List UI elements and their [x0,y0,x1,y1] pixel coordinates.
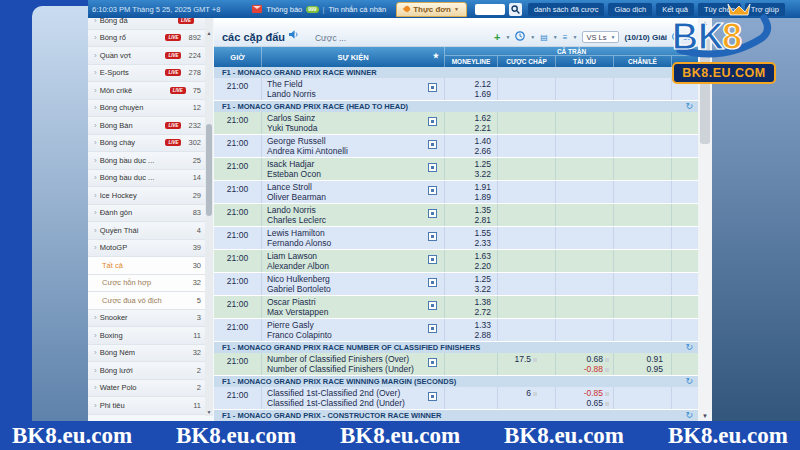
league-counter[interactable]: (10/10) Giải [624,33,667,42]
scroll-down-icon[interactable]: ▼ [698,413,712,419]
sidebar-item[interactable]: › Snooker 3 [88,310,206,328]
odd-even-odds[interactable] [614,135,672,157]
envelope-icon[interactable] [252,5,262,13]
list-mode-icon[interactable]: ≡ [563,33,568,42]
moneyline-odds[interactable]: 1.622.21 [445,112,498,134]
odd-even-odds[interactable] [614,181,672,203]
total-odds[interactable] [556,78,614,100]
menu-button[interactable]: Thực đơn ▼ [396,2,467,17]
odd-even-odds[interactable] [614,250,672,272]
handicap-line[interactable] [498,135,556,157]
event-row[interactable]: 21:00 George Russell Andrea Kimi Antonel… [214,135,698,158]
total-odds[interactable] [556,250,614,272]
handicap-line[interactable] [498,158,556,180]
moneyline-odds[interactable]: 1.911.89 [445,181,498,203]
event-row[interactable]: 21:00 Lando Norris Charles Leclerc 1.352… [214,204,698,227]
sidebar-item[interactable]: › Bóng rổ LIVE 892 [88,30,206,48]
event-row[interactable]: 21:00 Pierre Gasly Franco Colapinto 1.33… [214,319,698,342]
handicap-line[interactable] [498,296,556,318]
sidebar-item[interactable]: › Bóng lưới 2 [88,362,206,380]
refresh-icon[interactable]: ↻ [685,410,693,420]
sidebar-item[interactable]: › Tất cả 30 [88,257,206,275]
bet-builder-icon[interactable] [428,324,437,333]
messages-link[interactable]: Tin nhắn cá nhân [329,5,387,14]
sidebar-item[interactable]: › Water Polo 2 [88,380,206,398]
odd-even-odds[interactable] [614,273,672,295]
bet-builder-icon[interactable] [428,232,437,241]
total-odds[interactable] [556,181,614,203]
bet-builder-icon[interactable] [428,301,437,310]
bet-builder-icon[interactable] [428,358,437,367]
event-row[interactable]: 21:00 Isack Hadjar Esteban Ocon 1.253.22 [214,158,698,181]
event-row[interactable]: 21:00 Nico Hulkenberg Gabriel Bortoleto … [214,273,698,296]
moneyline-odds[interactable]: 1.253.22 [445,273,498,295]
speaker-icon[interactable] [289,25,299,43]
sidebar-item[interactable]: › Phi tiêu 11 [88,397,206,415]
moneyline-odds[interactable]: 1.253.22 [445,158,498,180]
event-row[interactable]: 21:00 Number of Classified Finishers (Ov… [214,353,698,376]
odd-even-odds[interactable]: 0.910.95 [614,353,672,375]
refresh-icon[interactable]: ↻ [685,342,693,352]
sidebar-item[interactable]: › Bóng Bàn LIVE 232 [88,117,206,135]
search-icon[interactable] [509,3,522,16]
moneyline-odds[interactable]: 1.382.72 [445,296,498,318]
clock-icon[interactable] [515,31,525,43]
handicap-line[interactable] [498,273,556,295]
moneyline-odds[interactable]: 1.352.81 [445,204,498,226]
bet-builder-icon[interactable] [428,140,437,149]
scroll-down-icon[interactable]: ▼ [205,409,213,415]
handicap-line[interactable] [498,227,556,249]
topbar-nav-button[interactable]: Giao dịch [608,3,652,16]
handicap-line[interactable] [498,204,556,226]
moneyline-odds[interactable]: 2.121.69 [445,78,498,100]
odd-even-odds[interactable] [614,319,672,341]
sidebar-item[interactable]: › Cược hỗn hợp 32 [88,275,206,293]
sidebar-item[interactable]: › Bóng bầu dục ... 14 [88,170,206,188]
event-row[interactable]: 21:00 Classified 1st-Classified 2nd (Ove… [214,387,698,410]
total-odds[interactable] [556,319,614,341]
total-odds[interactable] [556,296,614,318]
bet-builder-icon[interactable] [428,392,437,401]
handicap-line[interactable] [498,112,556,134]
sidebar-item[interactable]: › Bóng Ném 32 [88,345,206,363]
display-mode-icon[interactable]: ▤ [540,33,548,42]
odd-even-odds[interactable] [614,296,672,318]
bet-builder-icon[interactable] [428,163,437,172]
chevron-down-icon[interactable]: ▼ [553,34,558,40]
total-odds[interactable]: -0.850.65 [556,387,614,409]
sidebar-item[interactable]: › Đánh gôn 83 [88,205,206,223]
event-row[interactable]: 21:00 The Field Lando Norris 2.121.69 [214,78,698,101]
sidebar-item[interactable]: › Bóng chày LIVE 302 [88,135,206,153]
moneyline-odds[interactable]: 1.402.66 [445,135,498,157]
notifications-link[interactable]: Thông báo [266,5,302,14]
total-odds[interactable] [556,204,614,226]
total-odds[interactable] [556,158,614,180]
bet-builder-icon[interactable] [428,255,437,264]
moneyline-odds[interactable] [445,387,498,409]
total-odds[interactable] [556,227,614,249]
bet-builder-icon[interactable] [428,83,437,92]
event-row[interactable]: 21:00 Carlos Sainz Yuki Tsunoda 1.622.21 [214,112,698,135]
handicap-line[interactable] [498,78,556,100]
total-odds[interactable]: 0.68-0.88 [556,353,614,375]
bet-builder-icon[interactable] [428,117,437,126]
sidebar-item[interactable]: › Boxing 11 [88,327,206,345]
sidebar-item[interactable]: › Ice Hockey 29 [88,187,206,205]
handicap-line[interactable]: 6 [498,387,556,409]
moneyline-odds[interactable] [445,353,498,375]
bet-builder-icon[interactable] [428,186,437,195]
event-row[interactable]: 21:00 Liam Lawson Alexander Albon 1.632.… [214,250,698,273]
odd-even-odds[interactable] [614,227,672,249]
total-odds[interactable] [556,135,614,157]
moneyline-odds[interactable]: 1.332.88 [445,319,498,341]
handicap-line[interactable]: 17.5 [498,353,556,375]
add-icon[interactable]: + [494,32,500,42]
bet-builder-icon[interactable] [428,278,437,287]
handicap-line[interactable] [498,181,556,203]
sidebar-item[interactable]: › E-Sports LIVE 278 [88,65,206,83]
chevron-down-icon[interactable]: ▼ [530,34,535,40]
sidebar-scrollbar[interactable]: ▲ ▼ [205,16,213,416]
sidebar-item[interactable]: › Bóng chuyền 12 [88,100,206,118]
event-row[interactable]: 21:00 Oscar Piastri Max Verstappen 1.382… [214,296,698,319]
sidebar-item[interactable]: › MotoGP 39 [88,240,206,258]
